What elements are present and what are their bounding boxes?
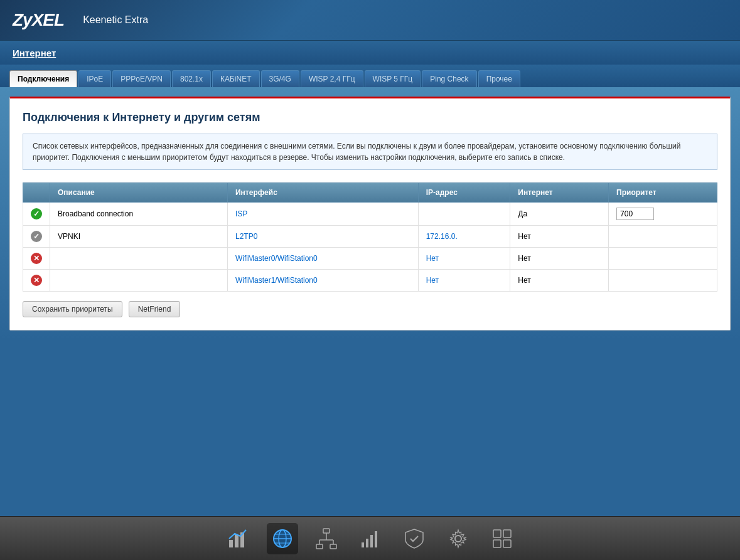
svg-rect-15: [362, 542, 364, 547]
table-row[interactable]: ✓Broadband connectionISPДа: [23, 203, 717, 226]
col-interface: Интерфейс: [227, 183, 418, 203]
svg-point-19: [455, 536, 461, 542]
tab-ipoe[interactable]: IPoE: [78, 70, 111, 87]
status-gray-icon: ✓: [31, 231, 42, 242]
status-green-icon: ✓: [31, 208, 42, 219]
tab----inet[interactable]: КАБiNET: [212, 70, 260, 87]
connections-table: Описание Интерфейс IP-адрес Интернет При…: [23, 182, 717, 292]
page-title: Интернет: [13, 48, 56, 58]
tab-wisp-5----[interactable]: WISP 5 ГГц: [365, 70, 421, 87]
tab-pppoe-vpn[interactable]: PPPoE/VPN: [112, 70, 171, 87]
tab-wisp-2-4----[interactable]: WISP 2,4 ГГц: [301, 70, 363, 87]
content-panel: Подключения к Интернету и другим сетям С…: [9, 97, 731, 330]
table-row[interactable]: ✓VPNKIL2TP0172.16.0.Нет: [23, 226, 717, 248]
row-interface[interactable]: WifiMaster0/WifiStation0: [227, 248, 418, 270]
page-title-bar: Интернет: [0, 41, 740, 65]
status-red-icon: ✕: [31, 253, 42, 264]
svg-rect-9: [316, 544, 323, 549]
header: ZyXEL Keenetic Extra: [0, 0, 740, 41]
col-internet: Интернет: [510, 183, 609, 203]
tabs-bar: ПодключенияIPoEPPPoE/VPN802.1xКАБiNET3G/…: [0, 65, 740, 87]
tab-ping-check[interactable]: Ping Check: [422, 70, 476, 87]
table-header-row: Описание Интерфейс IP-адрес Интернет При…: [23, 183, 717, 203]
info-box: Список сетевых интерфейсов, предназначен…: [23, 134, 717, 170]
svg-rect-22: [493, 540, 501, 547]
row-description: Broadband connection: [50, 203, 228, 226]
col-priority: Приоритет: [609, 183, 717, 203]
row-ip: Нет: [418, 270, 510, 292]
row-priority: [609, 270, 717, 292]
row-status-cell: ✓: [23, 203, 50, 226]
zyxel-logo: ZyXEL: [13, 10, 64, 30]
row-status-cell: ✕: [23, 248, 50, 270]
row-interface[interactable]: ISP: [227, 203, 418, 226]
svg-rect-1: [235, 535, 239, 547]
product-name: Keenetic Extra: [83, 14, 148, 26]
row-description: VPNKI: [50, 226, 228, 248]
row-ip[interactable]: 172.16.0.: [418, 226, 510, 248]
save-priorities-button[interactable]: Сохранить приоритеты: [23, 301, 122, 317]
svg-rect-0: [229, 540, 233, 547]
taskbar-signal-icon[interactable]: [355, 523, 386, 554]
priority-input[interactable]: [616, 208, 654, 220]
svg-rect-17: [370, 535, 373, 547]
row-priority: [609, 226, 717, 248]
button-row: Сохранить приоритеты NetFriend: [23, 301, 717, 317]
taskbar: [0, 516, 740, 560]
taskbar-network-icon[interactable]: [311, 523, 342, 554]
svg-rect-23: [503, 540, 511, 547]
row-status-cell: ✕: [23, 270, 50, 292]
row-ip: Нет: [418, 248, 510, 270]
tab-3g-4g[interactable]: 3G/4G: [261, 70, 299, 87]
table-row[interactable]: ✕WifiMaster1/WifiStation0НетНет: [23, 270, 717, 292]
taskbar-gear-icon[interactable]: [442, 523, 474, 554]
row-ip: [418, 203, 510, 226]
row-internet: Да: [510, 203, 609, 226]
svg-rect-16: [366, 539, 368, 547]
row-internet: Нет: [510, 248, 609, 270]
row-status-cell: ✓: [23, 226, 50, 248]
main-content: Подключения к Интернету и другим сетям С…: [0, 87, 740, 340]
panel-title: Подключения к Интернету и другим сетям: [23, 111, 717, 124]
col-ip: IP-адрес: [418, 183, 510, 203]
svg-rect-8: [323, 529, 330, 533]
svg-rect-21: [503, 530, 511, 537]
taskbar-chart-icon[interactable]: [223, 523, 254, 554]
row-interface[interactable]: L2TP0: [227, 226, 418, 248]
row-priority[interactable]: [609, 203, 717, 226]
col-description: Описание: [50, 183, 228, 203]
svg-rect-10: [330, 544, 336, 549]
svg-rect-18: [375, 531, 377, 547]
tab------------[interactable]: Подключения: [9, 70, 77, 87]
row-priority: [609, 248, 717, 270]
tab-802-1x[interactable]: 802.1x: [172, 70, 211, 87]
row-description: [50, 248, 228, 270]
row-description: [50, 270, 228, 292]
status-red-icon: ✕: [31, 275, 42, 286]
row-internet: Нет: [510, 226, 609, 248]
svg-rect-20: [493, 530, 501, 537]
taskbar-globe-icon[interactable]: [267, 523, 298, 554]
row-interface[interactable]: WifiMaster1/WifiStation0: [227, 270, 418, 292]
col-status: [23, 183, 50, 203]
row-internet: Нет: [510, 270, 609, 292]
table-row[interactable]: ✕WifiMaster0/WifiStation0НетНет: [23, 248, 717, 270]
tab-------[interactable]: Прочее: [478, 70, 520, 87]
taskbar-apps-icon[interactable]: [486, 523, 518, 554]
netfriend-button[interactable]: NetFriend: [129, 301, 181, 317]
taskbar-shield-icon[interactable]: [399, 523, 430, 554]
